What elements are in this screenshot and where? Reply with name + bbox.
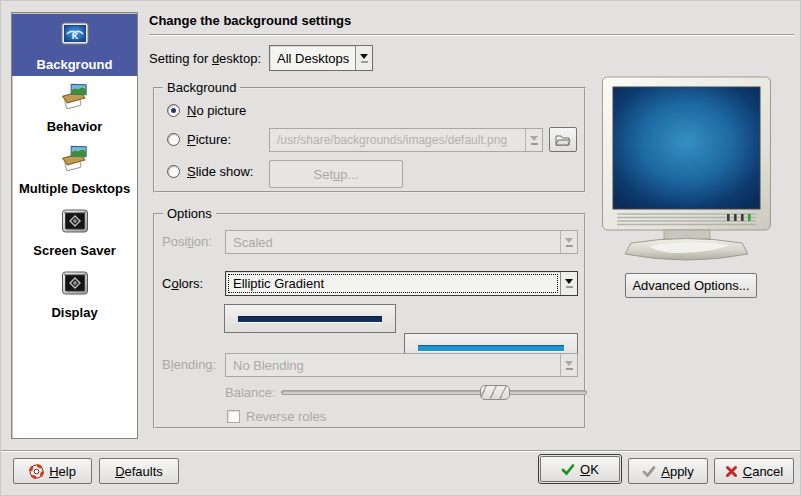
options-group-legend: Options	[163, 206, 216, 221]
no-picture-radio[interactable]: No picture	[167, 103, 246, 118]
sidebar-item-multiple-desktops[interactable]: Multiple Desktops	[12, 138, 137, 200]
ok-default-ring: OK	[538, 454, 622, 484]
ok-button-label: OK	[580, 462, 599, 477]
svg-text:K: K	[71, 31, 78, 41]
colors-value: Elliptic Gradient	[226, 272, 560, 295]
picture-path-combo: /usr/share/backgrounds/images/default.pn…	[269, 128, 543, 152]
apply-button[interactable]: Apply	[628, 458, 708, 484]
footer-separator	[1, 450, 801, 452]
balance-label: Balance:	[225, 385, 276, 400]
balance-slider-track	[281, 390, 587, 395]
desktop-selector-value: All Desktops	[270, 46, 355, 70]
background-group-legend: Background	[163, 80, 240, 95]
desktop-icon	[59, 81, 91, 113]
chevron-down-icon[interactable]	[355, 46, 372, 70]
page-title: Change the background settings	[149, 13, 351, 28]
sidebar-item-label: Display	[14, 305, 135, 320]
radio-selected-icon[interactable]	[167, 104, 180, 117]
sidebar-item-behavior[interactable]: Behavior	[12, 76, 137, 138]
help-lifesaver-icon	[29, 464, 44, 479]
blending-value: No Blending	[226, 354, 560, 376]
chevron-down-icon	[525, 129, 542, 151]
screen-icon	[59, 267, 91, 299]
folder-open-icon	[555, 133, 571, 147]
sidebar-item-screen-saver[interactable]: Screen Saver	[12, 200, 137, 262]
setup-button: Setup...	[269, 160, 403, 188]
slide-show-radio[interactable]: Slide show:	[167, 164, 253, 179]
reverse-roles-label: Reverse roles	[246, 409, 326, 424]
background-preview-monitor	[601, 75, 773, 265]
browse-folder-button[interactable]	[549, 127, 577, 152]
apply-button-label: Apply	[661, 464, 694, 479]
module-list[interactable]: K Background Behavior	[11, 12, 138, 439]
position-value: Scaled	[226, 231, 560, 253]
setup-button-label: Setup...	[314, 167, 359, 182]
advanced-options-button[interactable]: Advanced Options...	[625, 273, 757, 298]
options-group: Options Position: Scaled Colors: Ellipti…	[153, 213, 586, 429]
screen-icon	[59, 205, 91, 237]
ok-check-icon	[561, 463, 575, 476]
advanced-options-label: Advanced Options...	[632, 278, 749, 293]
chevron-down-icon	[560, 231, 577, 253]
radio-icon[interactable]	[167, 165, 180, 178]
colors-combo[interactable]: Elliptic Gradient	[225, 271, 578, 296]
cancel-button-label: Cancel	[743, 464, 783, 479]
balance-slider-handle	[480, 385, 510, 400]
help-button[interactable]: Help	[13, 458, 92, 484]
background-settings-window: { "header": { "title": "Change the backg…	[0, 0, 801, 496]
chevron-down-icon[interactable]	[560, 272, 577, 295]
ok-button[interactable]: OK	[540, 456, 620, 482]
blending-label: Blending:	[162, 357, 216, 372]
sidebar-item-label: Behavior	[14, 119, 135, 134]
sidebar-item-label: Multiple Desktops	[14, 181, 135, 196]
sidebar-item-background[interactable]: K Background	[12, 14, 137, 76]
cancel-x-icon	[725, 465, 738, 478]
help-button-label: Help	[49, 464, 76, 479]
slide-show-label: Slide show:	[187, 164, 253, 179]
position-combo: Scaled	[225, 230, 578, 254]
position-label: Position:	[162, 234, 212, 249]
reverse-roles-checkbox	[227, 410, 240, 423]
desktop-selector-combo[interactable]: All Desktops	[269, 45, 373, 71]
picture-label: Picture:	[187, 132, 231, 147]
desktop-icon	[59, 143, 91, 175]
apply-check-icon	[642, 465, 656, 478]
no-picture-label: No picture	[187, 103, 246, 118]
desktop-selector-label: Setting for desktop:	[149, 51, 261, 66]
color1-button[interactable]	[224, 304, 396, 333]
defaults-button[interactable]: Defaults	[99, 458, 179, 484]
background-group: Background No picture Picture: /usr/shar…	[153, 87, 586, 193]
chevron-down-icon	[560, 354, 577, 376]
colors-label: Colors:	[162, 276, 203, 291]
sidebar-item-label: Background	[14, 57, 135, 72]
sidebar-item-label: Screen Saver	[14, 243, 135, 258]
radio-icon[interactable]	[167, 133, 180, 146]
color1-swatch	[238, 316, 382, 322]
picture-radio[interactable]: Picture:	[167, 132, 231, 147]
color2-swatch	[418, 345, 564, 351]
picture-path-value: /usr/share/backgrounds/images/default.pn…	[270, 129, 525, 151]
header-separator	[149, 34, 794, 36]
defaults-button-label: Defaults	[115, 464, 163, 479]
monitor-kde-icon: K	[59, 19, 91, 51]
sidebar-item-display[interactable]: Display	[12, 262, 137, 324]
cancel-button[interactable]: Cancel	[714, 458, 794, 484]
blending-combo: No Blending	[225, 353, 578, 377]
